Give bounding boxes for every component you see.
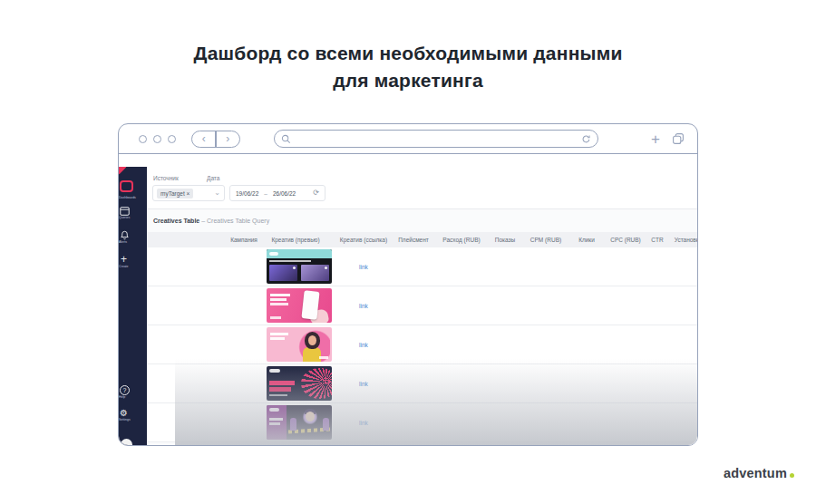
table-body: link link [147,247,697,445]
creative-thumbnail [267,405,332,440]
sidebar-item-dashboards-label: Dashboards [119,196,147,199]
creative-thumbnail [267,366,332,401]
creative-link[interactable]: link [359,303,368,309]
nav-buttons: ‹ › [191,131,240,148]
date-range-input[interactable]: 19/06/22 – 26/06/22 ⟳ [229,185,325,201]
sidebar-item-queries-label: Queries [119,216,147,219]
address-bar[interactable] [274,130,598,148]
adventum-logo-text: adventum [724,466,787,480]
thumb-art [269,387,291,392]
adventum-logo-dot [790,473,794,478]
tab-overview-icon[interactable] [672,132,685,145]
col-cpc: CPC (RUB) [610,237,641,243]
widget-title-query: Creatives Table Query [207,218,269,224]
sidebar-item-alerts-label: Alerts [119,240,147,244]
col-placement: Плейсмент [398,237,429,243]
widget-title-name: Creatives Table [153,218,199,224]
col-clicks: Клики [578,237,595,243]
thumb-art [319,356,328,359]
creative-link[interactable]: link [359,381,368,387]
queries-icon [120,207,147,216]
col-installs: Установки [675,237,697,243]
sidebar-item-queries[interactable]: Queries [119,207,147,219]
creative-link[interactable]: link [359,342,368,348]
date-to-value[interactable]: 26/06/22 [273,190,296,197]
thumb-art [269,408,279,412]
thumb-art [306,412,315,422]
date-separator: – [264,190,267,197]
sidebar-item-settings[interactable]: ⚙ Settings [119,409,147,422]
dashboard-screenshot: Dashboards Queries Alerts [119,167,697,445]
creative-link[interactable]: link [359,420,368,426]
dashboard-main: Источник Дата myTarget × ⌄ 19/06/22 – 26… [147,167,697,445]
browser-toolbar: ‹ › + [119,124,697,154]
table-header: Кампания Креатив (превью) Креатив (ссылк… [147,232,697,247]
help-icon: ? [120,385,130,395]
gear-icon: ⚙ [120,409,147,418]
new-tab-button[interactable]: + [651,131,660,147]
browser-window: ‹ › + [118,123,698,446]
date-from-value[interactable]: 19/06/22 [236,190,258,197]
thumb-art [270,298,287,301]
thumb-art [325,267,327,269]
window-controls [139,135,176,143]
slide-title-line2: для маркетинга [333,70,483,91]
thumb-art [308,335,316,345]
window-zoom-button[interactable] [168,135,176,143]
source-select[interactable]: myTarget × ⌄ [152,185,225,201]
reload-icon[interactable] [581,134,591,144]
sidebar-item-help[interactable]: ? Help [119,385,147,399]
sidebar-item-help-label: Help [119,395,147,399]
slide-title-line1: Дашборд со всеми необходимыми данными [194,43,623,63]
thumb-art [290,418,296,431]
adventum-logo: adventum [724,466,794,480]
source-filter-label: Источник [153,175,179,181]
source-chip-value: myTarget [160,190,185,197]
forward-icon: › [226,133,229,144]
forward-button[interactable]: › [217,131,239,147]
window-close-button[interactable] [139,135,147,143]
col-spend: Расход (RUB) [442,237,480,243]
sidebar-item-dashboards[interactable]: Dashboards [119,195,147,199]
col-cpm: CPM (RUB) [530,237,561,243]
app-logo-icon[interactable] [120,180,133,192]
table-row: link [147,325,697,364]
browser-viewport: Dashboards Queries Alerts [119,154,697,445]
app-sidebar: Dashboards Queries Alerts [119,167,147,445]
thumb-art [269,422,280,425]
creative-link[interactable]: link [359,264,368,270]
thumb-art [269,418,283,421]
thumb-art [269,252,278,256]
col-ctr: CTR [651,237,663,243]
window-minimize-button[interactable] [153,135,161,143]
widget-title-sep: – [201,218,205,224]
col-campaign: Кампания [230,237,257,243]
thumb-art [303,347,321,362]
chip-remove-icon[interactable]: × [187,190,190,197]
table-row: link [147,403,697,442]
user-avatar[interactable] [121,439,132,445]
toolbar-right-icons: + [651,131,685,147]
slide: Дашборд со всеми необходимыми данными дл… [0,0,816,504]
table-row: link [147,286,697,325]
thumb-art [269,260,311,262]
col-impressions: Показы [495,237,515,243]
back-button[interactable]: ‹ [192,131,215,147]
thumb-art [323,418,329,431]
sidebar-item-create-label: Create [119,265,147,268]
create-plus-icon: + [121,254,147,265]
source-chip[interactable]: myTarget × [157,189,193,199]
date-filter-label: Дата [207,175,219,181]
sidebar-item-settings-label: Settings [119,418,147,422]
table-row: link [147,364,697,403]
thumb-art [301,368,332,399]
sidebar-item-create[interactable]: + Create [119,254,147,268]
search-icon [281,134,291,144]
chevron-down-icon: ⌄ [214,191,220,195]
sidebar-item-alerts[interactable]: Alerts [119,230,147,244]
creative-thumbnail [267,288,332,323]
thumb-art [293,267,296,269]
bell-icon [120,230,147,240]
refresh-icon[interactable]: ⟳ [313,189,319,197]
back-icon: ‹ [202,133,206,144]
